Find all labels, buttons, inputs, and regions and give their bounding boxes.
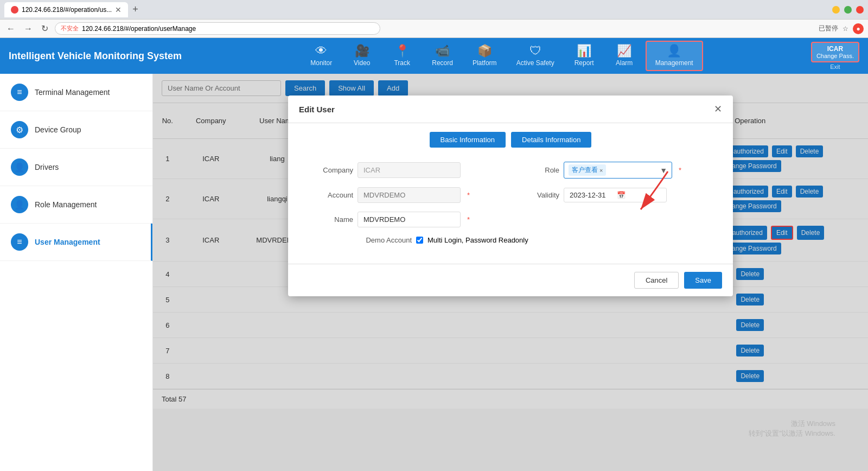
validity-label: Validity	[516, 191, 559, 199]
terminal-icon: ≡	[11, 84, 28, 101]
nav-video[interactable]: 🎥 Video	[343, 42, 381, 70]
cancel-btn[interactable]: Cancel	[634, 272, 679, 289]
multi-login-checkbox[interactable]	[416, 237, 423, 244]
account-label: Account	[310, 191, 353, 199]
nav-report[interactable]: 📊 Report	[565, 42, 603, 70]
url-warning: 不安全	[61, 24, 79, 33]
active-safety-label: Active Safety	[516, 59, 554, 67]
modal-footer: Cancel Save	[288, 264, 733, 296]
nav-monitor[interactable]: 👁 Monitor	[302, 42, 341, 70]
nav-record[interactable]: 📹 Record	[423, 42, 462, 70]
role-tag: 客户查看 ×	[569, 164, 606, 176]
role-tag-value: 客户查看	[572, 166, 598, 175]
sidebar-item-user-management[interactable]: ≡ User Management	[0, 224, 152, 261]
account-input[interactable]	[358, 187, 461, 203]
nav-platform[interactable]: 📦 Platform	[464, 42, 506, 70]
role-management-icon: 👤	[11, 196, 28, 213]
url-box[interactable]: 不安全 120.24.66.218/#/operation/userManage	[55, 22, 380, 35]
windows-watermark: 激活 Windows 转到"设置"以激活 Windows.	[749, 419, 835, 438]
main-layout: ≡ Terminal Management ⚙ Device Group 👤 D…	[0, 74, 868, 471]
nav-alarm[interactable]: 📈 Alarm	[605, 42, 643, 70]
content-area: Search Show All Add No. Company User Nam…	[153, 74, 868, 471]
role-tag-close[interactable]: ×	[599, 167, 603, 174]
change-pass-link[interactable]: Change Pass.	[816, 53, 854, 59]
browser-chrome: 120.24.66.218/#/operation/us... ✕ +	[0, 0, 868, 20]
demo-account-label: Demo Account	[358, 236, 412, 244]
management-label: Management	[655, 59, 693, 67]
modal-title: Edit User	[299, 105, 335, 114]
monitor-label: Monitor	[310, 59, 332, 67]
sidebar: ≡ Terminal Management ⚙ Device Group 👤 D…	[0, 74, 153, 471]
sidebar-role-management-label: Role Management	[35, 200, 97, 209]
profile-icon[interactable]: ●	[853, 23, 864, 34]
platform-icon: 📦	[477, 45, 492, 57]
alarm-label: Alarm	[616, 59, 633, 67]
company-label: Company	[310, 166, 353, 174]
back-btn[interactable]: ←	[4, 23, 17, 35]
sidebar-drivers-label: Drivers	[35, 163, 59, 171]
nav-active-safety[interactable]: 🛡 Active Safety	[508, 42, 563, 70]
maximize-btn[interactable]	[844, 6, 852, 14]
tab-title: 120.24.66.218/#/operation/us...	[22, 6, 112, 14]
bookmark-icon[interactable]: ☆	[843, 25, 848, 33]
nav-menu: 👁 Monitor 🎥 Video 📍 Track 📹 Record 📦 Pla…	[198, 41, 807, 71]
modal-tabs: Basic Information Details Information	[288, 123, 733, 156]
nav-management[interactable]: 👤 Management	[646, 41, 703, 71]
tab-favicon	[11, 6, 18, 14]
account-required: *	[467, 191, 470, 199]
watermark-line1: 激活 Windows	[749, 419, 835, 429]
sidebar-device-group-label: Device Group	[35, 125, 81, 134]
track-label: Track	[394, 59, 410, 67]
forward-btn[interactable]: →	[22, 23, 35, 35]
sidebar-terminal-label: Terminal Management	[35, 88, 110, 97]
url-text: 120.24.66.218/#/operation/userManage	[82, 25, 196, 33]
company-input[interactable]	[358, 162, 461, 178]
minimize-btn[interactable]	[832, 6, 840, 14]
watermark-line2: 转到"设置"以激活 Windows.	[749, 429, 835, 438]
address-right-controls: 已暂停 ☆ ●	[819, 23, 864, 34]
record-label: Record	[432, 59, 453, 67]
active-safety-icon: 🛡	[529, 45, 541, 57]
form-col-account: Account *	[310, 187, 505, 203]
role-label: Role	[516, 166, 559, 174]
app-header: Intelligent Vehicle Monitoring System 👁 …	[0, 38, 868, 74]
management-icon: 👤	[667, 45, 681, 57]
browser-tab[interactable]: 120.24.66.218/#/operation/us... ✕	[4, 2, 128, 17]
tab-details-information[interactable]: Details Information	[511, 132, 591, 148]
modal-close-btn[interactable]: ✕	[714, 103, 722, 115]
saved-label: 已暂停	[819, 24, 838, 33]
sidebar-item-device-group[interactable]: ⚙ Device Group	[0, 111, 152, 149]
sidebar-item-role-management[interactable]: 👤 Role Management	[0, 186, 152, 224]
address-bar: ← → ↻ 不安全 120.24.66.218/#/operation/user…	[0, 20, 868, 38]
report-label: Report	[575, 59, 594, 67]
record-icon: 📹	[435, 45, 450, 57]
new-tab-btn[interactable]: +	[132, 4, 138, 15]
close-btn[interactable]	[856, 6, 864, 14]
form-col-company: Company	[310, 162, 505, 178]
device-group-icon: ⚙	[11, 121, 28, 138]
track-icon: 📍	[395, 45, 410, 57]
sidebar-item-drivers[interactable]: 👤 Drivers	[0, 149, 152, 186]
app-title: Intelligent Vehicle Monitoring System	[9, 50, 182, 62]
user-name: ICAR	[827, 45, 843, 53]
user-panel: ICAR Change Pass. Exit	[811, 42, 859, 70]
name-required: *	[467, 215, 470, 224]
save-btn[interactable]: Save	[684, 272, 722, 289]
video-icon: 🎥	[355, 45, 369, 57]
tab-close-btn[interactable]: ✕	[115, 5, 122, 14]
red-arrow-svg	[624, 166, 690, 220]
name-label: Name	[310, 215, 353, 224]
modal-overlay: Edit User ✕ Basic Information Details In…	[153, 74, 868, 471]
tab-basic-information[interactable]: Basic Information	[430, 132, 506, 148]
user-management-icon: ≡	[11, 233, 28, 251]
alarm-icon: 📈	[617, 45, 631, 57]
edit-user-modal: Edit User ✕ Basic Information Details In…	[288, 96, 733, 296]
nav-track[interactable]: 📍 Track	[383, 42, 421, 70]
refresh-btn[interactable]: ↻	[39, 22, 50, 35]
sidebar-item-terminal[interactable]: ≡ Terminal Management	[0, 74, 152, 111]
name-input[interactable]	[358, 212, 461, 227]
user-avatar-btn[interactable]: ICAR Change Pass.	[811, 42, 859, 62]
exit-btn[interactable]: Exit	[830, 63, 840, 70]
validity-value: 2023-12-31	[570, 191, 614, 199]
drivers-icon: 👤	[11, 158, 28, 176]
